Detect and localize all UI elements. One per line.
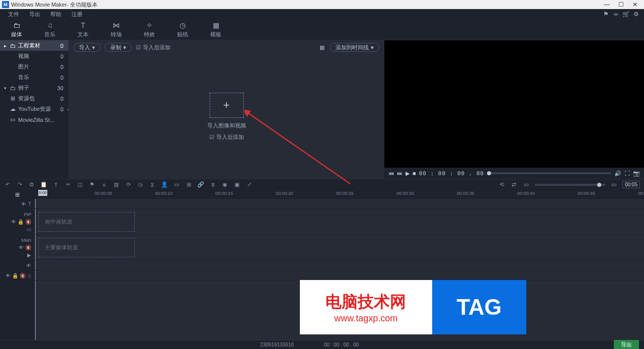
swap-icon[interactable]: ⇄ bbox=[511, 181, 518, 188]
track-header-pip[interactable]: PIP👁🔒🔇▭ bbox=[0, 209, 34, 235]
window-minimize[interactable]: — bbox=[600, 1, 614, 8]
grid-view-icon[interactable]: ▦ bbox=[318, 44, 326, 51]
gear-icon[interactable]: ⚙ bbox=[631, 11, 641, 18]
track-pip[interactable]: 画中画轨道 bbox=[34, 209, 644, 235]
record-button[interactable]: 录制▾ bbox=[105, 43, 132, 52]
bars-icon[interactable]: ▥ bbox=[113, 181, 120, 188]
layers-icon[interactable]: ▣ bbox=[233, 181, 240, 188]
dropzone-plus-icon[interactable]: + bbox=[209, 93, 244, 118]
menu-file[interactable]: 文件 bbox=[3, 11, 24, 18]
mic-icon[interactable]: 🎙 bbox=[209, 182, 216, 188]
user-icon[interactable]: 👤 bbox=[161, 181, 168, 188]
ruler-tick: 00:00:25 bbox=[336, 191, 354, 196]
snapshot-icon[interactable]: 📷 bbox=[633, 170, 640, 177]
track-header-main[interactable]: Main👁🔇▶ bbox=[0, 235, 34, 260]
pip-placeholder[interactable]: 画中画轨道 bbox=[38, 212, 135, 232]
sidebar-item[interactable]: 视频0 bbox=[0, 51, 68, 61]
expand-icon[interactable]: ⤢ bbox=[246, 181, 253, 188]
sidebar-item[interactable]: ☁YouTube资源0◂ bbox=[0, 104, 68, 114]
ruler-tick: 00:00:10 bbox=[155, 191, 173, 196]
svg-line-0 bbox=[247, 112, 350, 184]
undo-button[interactable]: ↶ bbox=[4, 181, 11, 188]
menu-export[interactable]: 导出 bbox=[24, 11, 45, 18]
track-overlay[interactable] bbox=[34, 260, 644, 270]
transition-icon: ⋈ bbox=[113, 21, 120, 29]
sidebar-item[interactable]: 音乐0 bbox=[0, 72, 68, 83]
sidebar-item[interactable]: ⊞资源包0 bbox=[0, 93, 68, 104]
import-button[interactable]: 导入▾ bbox=[73, 43, 101, 52]
window-maximize[interactable]: ☐ bbox=[614, 1, 628, 8]
options-icon[interactable]: ⌯ bbox=[611, 11, 621, 18]
crop-button[interactable]: ◫ bbox=[76, 181, 84, 188]
tab-music[interactable]: ♫音乐 bbox=[33, 19, 66, 40]
tab-transition[interactable]: ⋈转场 bbox=[100, 19, 133, 40]
ruler-tick: 00:00:45 bbox=[578, 191, 595, 196]
zoom-fit-icon[interactable]: ▭ bbox=[610, 181, 617, 188]
text-tool-icon[interactable]: T bbox=[52, 182, 59, 188]
timeline-ruler[interactable]: 0:00 00:00:0500:00:1000:00:1500:00:2000:… bbox=[34, 190, 644, 199]
tab-effects[interactable]: ✧特效 bbox=[133, 19, 166, 40]
track-text[interactable] bbox=[34, 199, 644, 209]
sidebar-item[interactable]: 图片0 bbox=[0, 61, 68, 72]
marker-icon[interactable]: ⚑ bbox=[89, 181, 96, 188]
loop-icon[interactable]: ⟲ bbox=[499, 181, 506, 188]
stop-button[interactable]: ■ bbox=[413, 170, 416, 176]
track-main[interactable]: 主要媒体轨道 bbox=[34, 235, 644, 260]
status-bar: 230919133610 00 : 00 : 00 . 00 导出 bbox=[0, 340, 644, 349]
window-close[interactable]: ✕ bbox=[628, 1, 642, 8]
ruler-corner[interactable]: ⊞ bbox=[0, 190, 34, 199]
prev-button[interactable]: ⏮ bbox=[388, 170, 394, 176]
link-icon[interactable]: 🔗 bbox=[197, 181, 204, 188]
track-audio[interactable] bbox=[34, 270, 644, 281]
import-dropzone[interactable]: + 导入图像和视频 ☑导入后添加 bbox=[207, 93, 246, 141]
tab-media[interactable]: 🗀媒体 bbox=[0, 19, 33, 40]
tab-template[interactable]: ▦模板 bbox=[199, 19, 232, 40]
copy-button[interactable]: ⧉ bbox=[28, 181, 35, 188]
play-button[interactable]: ▶ bbox=[406, 170, 410, 177]
music-icon: ♫ bbox=[47, 21, 53, 29]
autoadd-checkbox[interactable]: ☑导入后添加 bbox=[136, 44, 171, 51]
cart-icon[interactable]: 🛒 bbox=[621, 11, 631, 18]
fullscreen-icon[interactable]: ⛶ bbox=[624, 170, 630, 176]
sidebar-item[interactable]: ▾🗀例子30 bbox=[0, 83, 68, 93]
fit-icon[interactable]: ▭ bbox=[523, 181, 530, 188]
main-placeholder[interactable]: 主要媒体轨道 bbox=[38, 238, 135, 257]
record-icon[interactable]: ◉ bbox=[221, 181, 228, 188]
menu-help[interactable]: 帮助 bbox=[45, 11, 66, 18]
playhead-indicator[interactable]: 0:00 bbox=[38, 190, 47, 196]
player-seek-slider[interactable] bbox=[487, 172, 611, 174]
build-number: 230919133610 bbox=[260, 342, 294, 347]
export-button[interactable]: 导出 bbox=[614, 340, 639, 349]
dropzone-label: 导入图像和视频 bbox=[207, 122, 246, 129]
rotate-icon[interactable]: ⟳ bbox=[125, 181, 132, 188]
flag-icon[interactable]: ⚑ bbox=[601, 11, 611, 18]
track-header-overlay[interactable]: 👁 bbox=[0, 260, 34, 270]
next-button[interactable]: ⏭ bbox=[397, 170, 403, 176]
title-suffix: - 全功能版本 bbox=[67, 1, 98, 9]
track-header-audio[interactable]: 👁🔒🔇♫ bbox=[0, 270, 34, 281]
paste-button[interactable]: 📋 bbox=[40, 181, 47, 188]
sidebar-item[interactable]: ▸🗀工程素材0 bbox=[0, 40, 68, 51]
window-titlebar: M Windows Movie Maker - 全功能版本 — ☐ ✕ bbox=[0, 0, 644, 9]
ruler-tick: 00:00:40 bbox=[517, 191, 535, 196]
zoom-value[interactable]: 00:05 bbox=[622, 181, 640, 188]
film-icon[interactable]: ▭ bbox=[173, 181, 180, 188]
tab-sticker[interactable]: ◷贴纸 bbox=[166, 19, 199, 40]
cut-button[interactable]: ✂ bbox=[64, 181, 71, 188]
tab-text[interactable]: T文本 bbox=[66, 19, 100, 40]
zoom-slider[interactable] bbox=[535, 184, 605, 186]
speed-icon[interactable]: ⧖ bbox=[149, 181, 156, 188]
ruler-tick: 00:00:30 bbox=[396, 191, 414, 196]
app-icon: M bbox=[2, 1, 9, 8]
redo-button[interactable]: ↷ bbox=[16, 181, 23, 188]
track-header-text[interactable]: 👁T bbox=[0, 199, 34, 209]
clock-icon[interactable]: ◷ bbox=[137, 181, 144, 188]
add-to-timeline-button[interactable]: 添加到时间线▾ bbox=[330, 43, 379, 52]
tag-icon[interactable]: ⊞ bbox=[185, 181, 192, 188]
dropzone-autoadd[interactable]: ☑导入后添加 bbox=[209, 133, 244, 141]
sidebar-item[interactable]: ▭MovieZilla St... bbox=[0, 114, 68, 125]
menu-register[interactable]: 注册 bbox=[66, 11, 88, 18]
volume-icon[interactable]: 🔊 bbox=[614, 170, 621, 177]
ruler-tick: 00:00:35 bbox=[457, 191, 474, 196]
align-icon[interactable]: ≡ bbox=[101, 182, 108, 188]
